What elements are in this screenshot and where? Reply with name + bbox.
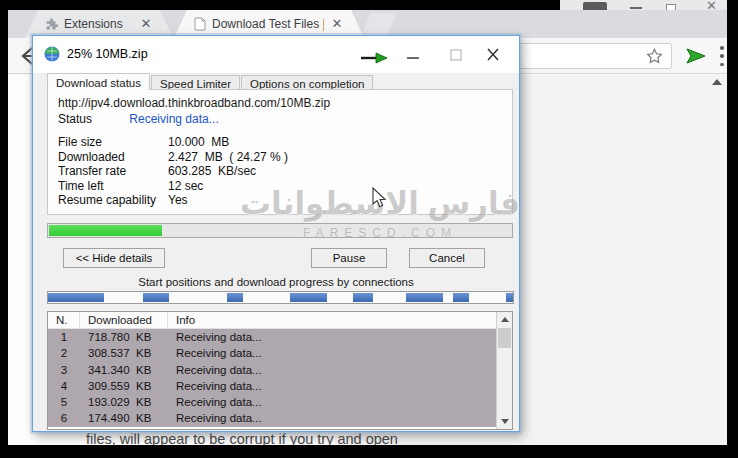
idm-download-dialog: 25% 10MB.zip Download status Speed Limit… [32,35,520,432]
download-details-panel: http://ipv4.download.thinkbroadband.com/… [47,89,513,215]
new-tab-button[interactable] [362,13,396,35]
detail-field-row: File size10.000 MB [58,135,498,150]
connection-segment [453,293,469,302]
connection-segments-bar [47,291,514,304]
connection-segment [406,293,443,302]
download-activity-arrow-icon [359,52,389,64]
mouse-cursor [372,187,388,209]
dialog-close-icon[interactable] [483,46,503,64]
connection-segment [48,293,104,302]
tab-speed-limiter[interactable]: Speed Limiter [151,75,240,90]
puzzle-icon [45,18,58,31]
page-body-text: files, will appear to be corrupt if you … [86,431,398,445]
column-header-info: Info [168,312,496,328]
window-minimize-icon[interactable] [630,7,642,9]
table-scrollbar[interactable] [496,312,512,429]
dialog-minimize-icon[interactable] [403,46,423,64]
connection-segment [353,293,374,302]
status-row: Status Receiving data... [58,112,219,126]
connection-segment [227,293,243,302]
table-row[interactable]: 2308.537 KBReceiving data... [48,345,496,361]
table-row[interactable]: 4309.559 KBReceiving data... [48,378,496,394]
status-value: Receiving data... [129,112,218,126]
progress-fill [49,225,162,236]
download-url: http://ipv4.download.thinkbroadband.com/… [58,96,330,110]
cell-n: 4 [48,378,80,394]
detail-field-row: Resume capabilityYes [58,193,498,208]
field-value: 12 sec [168,179,203,194]
screenshot-bottom-border [0,445,738,458]
table-row[interactable]: 6174.490 KBReceiving data... [48,410,496,426]
browser-tab-bar: Extensions ✕ Download Test Files | th ✕ [8,10,727,38]
idm-globe-icon [43,45,61,63]
bookmark-star-icon[interactable] [646,48,663,65]
cell-downloaded: 309.559 KB [80,378,168,394]
tab-download-test-files[interactable]: Download Test Files | th ✕ [174,10,364,38]
field-value: Yes [168,193,188,208]
field-label: Transfer rate [58,164,168,179]
cell-downloaded: 308.537 KB [80,345,168,361]
dialog-tab-strip: Download status Speed Limiter Options on… [47,74,374,90]
hide-details-button[interactable]: << Hide details [63,248,165,268]
detail-field-row: Downloaded2.427 MB ( 24.27 % ) [58,150,498,165]
table-row[interactable]: 3341.340 KBReceiving data... [48,362,496,378]
page-icon [194,17,206,31]
cell-downloaded: 718.780 KB [80,329,168,345]
download-progress-bar [47,223,513,238]
tab-close-icon[interactable]: ✕ [330,17,344,31]
dialog-title: 25% 10MB.zip [67,47,148,61]
field-value: 2.427 MB ( 24.27 % ) [168,150,288,165]
dialog-title-bar[interactable]: 25% 10MB.zip [33,36,519,73]
field-label: File size [58,135,168,150]
connection-segment [143,293,169,302]
connection-segment [506,293,513,302]
connections-table: N. Downloaded Info 1718.780 KBReceiving … [47,311,513,430]
tab-options-on-completion[interactable]: Options on completion [241,75,373,90]
cell-downloaded: 193.029 KB [80,394,168,410]
cell-info: Receiving data... [168,410,496,426]
cell-n: 6 [48,410,80,426]
os-window-controls: ✕ [560,0,727,10]
cell-n: 2 [48,345,80,361]
cell-n: 5 [48,394,80,410]
taskbar-app-icon[interactable] [583,2,607,10]
table-body: 1718.780 KBReceiving data...2308.537 KBR… [48,329,496,429]
browser-menu-icon[interactable] [720,46,724,66]
detail-field-row: Time left12 sec [58,179,498,194]
pause-button[interactable]: Pause [311,248,387,268]
window-close-icon[interactable]: ✕ [706,1,718,10]
page-scrollbar-up-icon[interactable] [712,79,722,85]
cell-downloaded: 174.490 KB [80,410,168,426]
field-label: Downloaded [58,150,168,165]
idm-extension-icon[interactable] [684,44,708,68]
field-value: 603.285 KB/sec [168,164,256,179]
tab-extensions[interactable]: Extensions ✕ [25,10,173,38]
cancel-button[interactable]: Cancel [409,248,485,268]
tab-download-status[interactable]: Download status [47,73,150,90]
table-header: N. Downloaded Info [48,312,496,329]
status-label: Status [58,112,126,126]
table-row[interactable]: 5193.029 KBReceiving data... [48,394,496,410]
cell-n: 1 [48,329,80,345]
detail-fields: File size10.000 MBDownloaded2.427 MB ( 2… [58,135,498,208]
cell-info: Receiving data... [168,345,496,361]
column-header-n: N. [48,312,80,328]
cell-info: Receiving data... [168,329,496,345]
connections-caption: Start positions and download progress by… [33,276,519,288]
cell-downloaded: 341.340 KB [80,362,168,378]
field-value: 10.000 MB [168,135,229,150]
tab-label: Extensions [64,17,133,31]
dialog-maximize-icon[interactable] [446,46,466,64]
table-row[interactable]: 1718.780 KBReceiving data... [48,329,496,345]
column-header-downloaded: Downloaded [80,312,168,328]
detail-field-row: Transfer rate603.285 KB/sec [58,164,498,179]
connection-segment [290,293,327,302]
scrollbar-thumb[interactable] [498,328,511,348]
cell-info: Receiving data... [168,378,496,394]
field-label: Time left [58,179,168,194]
scroll-up-icon[interactable] [497,312,512,327]
scroll-down-icon[interactable] [497,414,512,429]
cell-info: Receiving data... [168,362,496,378]
tab-close-icon[interactable]: ✕ [139,17,153,31]
cell-info: Receiving data... [168,394,496,410]
